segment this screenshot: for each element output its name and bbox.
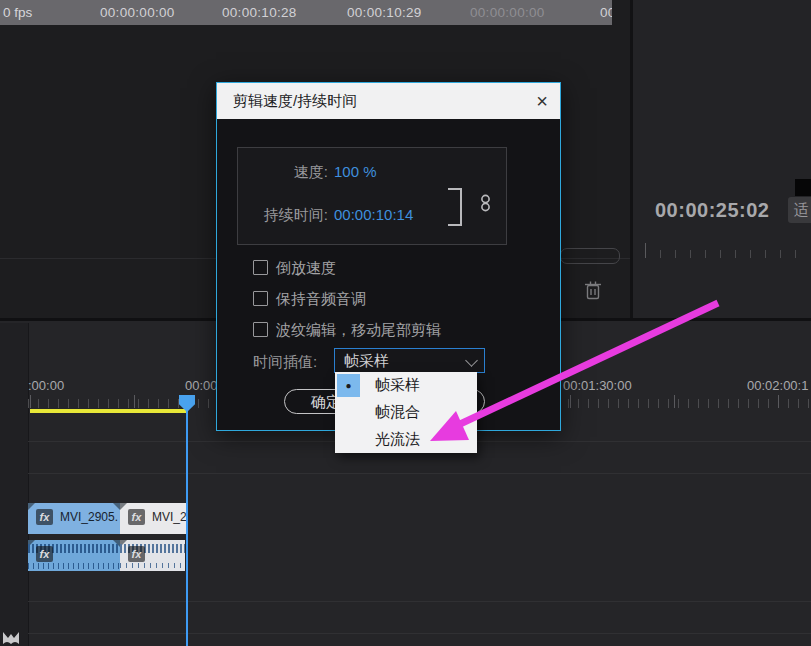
speed-duration-link-bracket [448,188,462,226]
ruler-label-0000: :00:00 [28,378,64,393]
checkbox-maintain-audio-pitch[interactable] [253,291,268,306]
chevron-down-icon [465,354,478,367]
timecode-clipped: 00 [600,5,612,20]
audio-clip-2-selected[interactable]: fx [120,540,185,571]
video-clip-2-selected[interactable]: fx MVI_2 [120,503,187,534]
track-divider [28,601,811,602]
track-divider [28,633,811,634]
clip-name: MVI_2 [152,510,187,524]
speed-label: 速度: [236,163,328,182]
audio-clip-1[interactable]: fx [28,540,120,571]
audio-waveform [120,563,185,568]
monitor-timecode: 00:00:25:02 [655,199,769,222]
checkbox-label: 保持音频音调 [276,290,366,309]
track-header-column [0,323,29,646]
program-monitor-panel: 00:00:25:02 适 [633,0,811,318]
dialog-titlebar[interactable]: 剪辑速度/持续时间 × [217,83,560,119]
duration-value[interactable]: 00:00:10:14 [334,206,413,223]
selected-item-dot-icon: ● [337,374,360,397]
video-clip-1[interactable]: fx MVI_2905. [28,503,120,534]
fx-badge-icon[interactable]: fx [36,546,53,562]
clip-corner-icon [28,503,35,510]
speed-value[interactable]: 100 % [334,163,377,180]
clip-corner-icon [113,503,120,510]
menu-item-optical-flow[interactable]: 光流法 [335,426,477,453]
monitor-mini-ruler[interactable] [645,243,805,258]
premiere-app-window: 0 fps 00:00:00:00 00:00:10:28 00:00:10:2… [0,0,811,646]
timecode-secondary: 00:00:00:00 [470,5,545,20]
checkbox-label: 波纹编辑，移动尾部剪辑 [276,321,441,340]
audio-waveform [28,563,120,569]
fps-readout: 0 fps [3,5,32,20]
trash-icon[interactable] [584,280,602,301]
fit-zoom-dropdown[interactable]: 适 [788,197,811,223]
clip-corner-icon [120,503,127,510]
watermark-logo [2,630,20,646]
ruler-tick [570,395,571,408]
menu-item-label: 帧采样 [375,376,420,395]
dialog-title: 剪辑速度/持续时间 [233,92,357,111]
duration-label: 持续时间: [236,206,328,225]
ruler-tick [645,243,646,258]
checkbox-reverse-speed[interactable] [253,260,268,275]
menu-item-frame-sampling[interactable]: ● 帧采样 [335,372,477,399]
checkbox-label: 倒放速度 [276,259,336,278]
link-icon[interactable] [478,193,493,213]
playhead-line[interactable] [186,395,188,646]
button-outline-fragment [560,248,620,264]
time-interpolation-label: 时间插值: [253,353,317,372]
interpolation-dropdown-menu: ● 帧采样 帧混合 光流法 [335,372,477,453]
fx-badge-icon[interactable]: fx [128,546,145,562]
menu-item-label: 光流法 [375,430,420,449]
ruler-label-0130: 00:01:30:00 [563,378,632,393]
fx-badge-icon[interactable]: fx [36,509,53,525]
ruler-tick [674,395,675,408]
fx-badge-icon[interactable]: fx [128,509,145,525]
time-interpolation-select[interactable]: 帧采样 [334,348,485,373]
select-value: 帧采样 [344,352,389,371]
ruler-tick [134,395,135,408]
timecode-duration: 00:00:10:29 [347,5,422,20]
menu-item-frame-blending[interactable]: 帧混合 [335,399,477,426]
timecode-in: 00:00:00:00 [100,5,175,20]
close-icon[interactable]: × [536,89,548,113]
render-preview-bar [30,409,187,413]
ruler-label-0200: 00:02:00:1 [747,378,808,393]
top-timecode-bar: 0 fps 00:00:00:00 00:00:10:28 00:00:10:2… [0,0,612,25]
ruler-tick [778,395,779,408]
checkbox-ripple-edit[interactable] [253,322,268,337]
track-divider [28,473,811,474]
clip-name: MVI_2905. [60,510,118,524]
monitor-video-frame [795,179,811,196]
ruler-tick [30,395,31,408]
menu-item-label: 帧混合 [375,403,420,422]
timecode-out: 00:00:10:28 [222,5,297,20]
speed-duration-group [237,147,507,245]
